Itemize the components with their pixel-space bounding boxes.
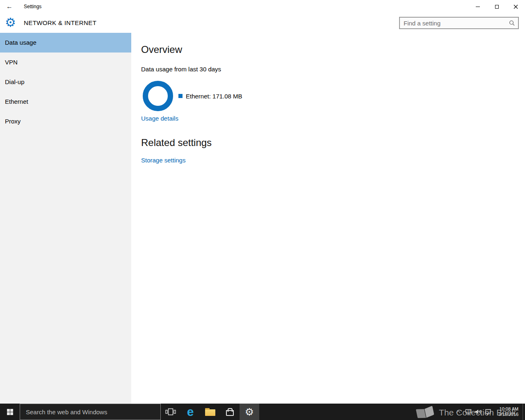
settings-taskbar-button[interactable]: ⚙	[240, 404, 259, 420]
taskbar: e ⚙	[0, 404, 525, 420]
storage-settings-link[interactable]: Storage settings	[141, 157, 185, 164]
sidebar-item-proxy[interactable]: Proxy	[0, 112, 131, 131]
volume-tray-button[interactable]	[473, 404, 483, 420]
usage-caption: Data usage from last 30 days	[141, 66, 525, 73]
back-icon: ←	[6, 3, 13, 10]
data-usage-donut-chart	[143, 81, 173, 111]
clock-time: 10:08 AM	[493, 406, 518, 412]
main-content: Overview Data usage from last 30 days Et…	[131, 33, 525, 404]
legend-label-ethernet: Ethernet: 171.08 MB	[186, 93, 242, 100]
sidebar-item-ethernet[interactable]: Ethernet	[0, 92, 131, 112]
find-setting-searchbox[interactable]	[399, 17, 519, 29]
edge-icon: e	[187, 406, 194, 418]
task-view-button[interactable]	[161, 404, 180, 420]
action-center-icon	[485, 409, 491, 415]
app-header: ⚙ NETWORK & INTERNET	[0, 13, 525, 33]
sidebar-item-dial-up[interactable]: Dial-up	[0, 72, 131, 92]
chevron-up-icon	[456, 410, 460, 414]
settings-gear-icon: ⚙	[5, 16, 16, 29]
chart-legend: Ethernet: 171.08 MB	[178, 93, 242, 100]
titlebar: ← Settings	[0, 0, 525, 13]
settings-taskbar-icon: ⚙	[245, 406, 254, 417]
store-icon	[226, 410, 234, 416]
start-button[interactable]	[0, 404, 20, 420]
task-view-icon	[165, 408, 176, 415]
sidebar-item-label: VPN	[5, 59, 18, 66]
network-tray-button[interactable]	[463, 404, 473, 420]
maximize-button[interactable]	[487, 0, 506, 13]
overview-heading: Overview	[141, 44, 525, 55]
find-setting-input[interactable]	[400, 20, 507, 27]
taskbar-spacer	[259, 404, 454, 420]
file-explorer-icon	[205, 409, 215, 416]
window-title: Settings	[24, 4, 41, 9]
taskbar-clock[interactable]: 10:08 AM 3/15/2016	[493, 404, 523, 420]
close-button[interactable]	[506, 0, 525, 13]
show-desktop-button[interactable]	[523, 404, 525, 420]
windows-logo-icon	[7, 409, 13, 415]
maximize-icon	[495, 5, 499, 9]
taskbar-search-input[interactable]	[20, 409, 160, 415]
search-icon[interactable]	[507, 20, 516, 26]
related-settings-heading: Related settings	[141, 137, 525, 148]
system-tray: 10:08 AM 3/15/2016	[454, 404, 525, 420]
store-button[interactable]	[220, 404, 240, 420]
edge-button[interactable]: e	[180, 404, 200, 420]
usage-details-link[interactable]: Usage details	[141, 115, 178, 122]
sidebar-item-label: Data usage	[5, 39, 37, 46]
close-icon	[514, 5, 518, 9]
file-explorer-button[interactable]	[200, 404, 220, 420]
back-button[interactable]: ←	[0, 0, 19, 13]
sidebar-item-vpn[interactable]: VPN	[0, 52, 131, 72]
window-controls	[468, 0, 525, 13]
taskbar-search[interactable]	[20, 404, 161, 420]
network-icon	[465, 409, 472, 415]
sidebar-item-label: Ethernet	[5, 98, 28, 105]
sidebar-item-label: Proxy	[5, 118, 21, 125]
clock-date: 3/15/2016	[493, 412, 518, 417]
volume-icon	[475, 409, 482, 415]
sidebar: Data usage VPN Dial-up Ethernet Proxy	[0, 33, 131, 404]
minimize-icon	[476, 7, 480, 7]
sidebar-item-data-usage[interactable]: Data usage	[0, 33, 131, 52]
sidebar-item-label: Dial-up	[5, 78, 25, 85]
settings-window: ← Settings ⚙ NETWORK & INTERNET	[0, 0, 525, 420]
action-center-button[interactable]	[483, 404, 493, 420]
page-title: NETWORK & INTERNET	[24, 19, 96, 26]
minimize-button[interactable]	[468, 0, 487, 13]
legend-swatch-ethernet	[178, 94, 183, 98]
tray-expand-button[interactable]	[454, 404, 463, 420]
data-usage-chart-row: Ethernet: 171.08 MB	[143, 81, 525, 111]
